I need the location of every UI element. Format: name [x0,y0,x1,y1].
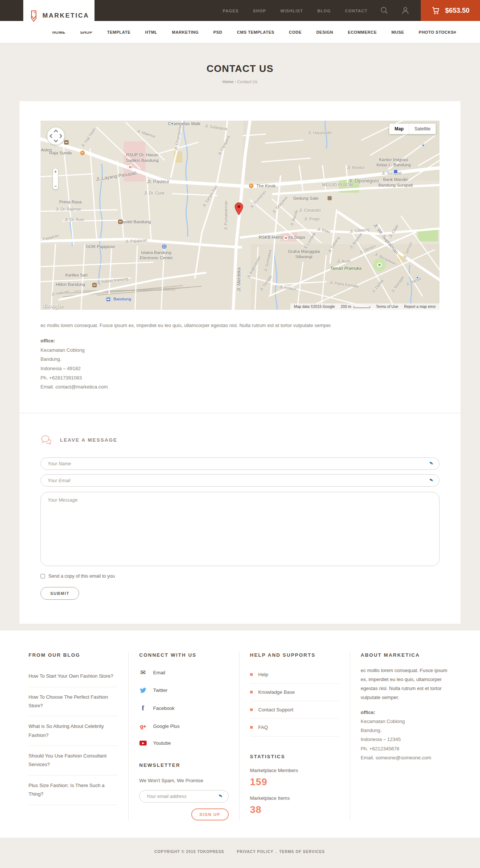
map-poi-icon [92,283,97,287]
map-poi-icon [393,170,398,174]
satellite-button[interactable]: Satellite [409,124,436,134]
pan-left-icon[interactable] [50,134,54,138]
map-data-credit: Map data ©2015 Google [294,305,335,309]
map-poi-icon [171,122,174,125]
help-link[interactable]: Contact Support [250,701,339,719]
category-nav-item[interactable]: CODE [289,30,302,34]
category-nav-item[interactable]: TEMPLATE [107,30,130,34]
newsletter-field-wrap: ✒ [139,790,228,802]
pan-right-icon[interactable] [58,134,62,138]
blog-post-link[interactable]: Should You Use Fashion Consultant Servic… [28,746,118,775]
social-link-youtube[interactable]: Youtube [139,740,228,746]
account-icon[interactable] [401,6,410,15]
search-icon[interactable] [380,6,388,15]
leave-message-heading: LEAVE A MESSAGE [60,437,117,443]
google-logo[interactable]: Google [44,302,64,309]
category-nav-item[interactable]: MARKETING [172,30,199,34]
header-nav-item[interactable]: WISHLIST [280,9,303,13]
facebook-icon: f [139,704,147,712]
map-poi-icon [80,151,85,155]
footer-blog-column: FROM OUR BLOG How To Start Your Own Fash… [20,652,128,820]
terms-of-use-link[interactable]: Terms of Use [376,305,398,309]
top-header-bar: MARKETICA PAGESSHOPWISHLISTBLOGCONTACT $… [0,0,480,21]
chevron-down-icon[interactable]: » [452,31,458,34]
header-nav-item[interactable]: SHOP [253,9,266,13]
zoom-in-button[interactable]: + [54,170,57,174]
tag-logo-icon [28,10,39,22]
stat-value: 38 [250,804,339,816]
name-input[interactable] [40,457,440,470]
social-link-google-plus[interactable]: g+ Google Plus [139,723,228,729]
square-bullet-icon [250,726,253,729]
map-pan-control[interactable] [47,127,64,145]
header-nav-item[interactable]: PAGES [223,9,239,13]
report-map-error-link[interactable]: Report a map error [404,305,436,309]
send-copy-checkbox[interactable] [40,574,45,578]
map-poi-icon [162,244,166,249]
chat-bubbles-icon [40,435,52,445]
map-button[interactable]: Map [389,124,409,134]
twitter-icon [139,687,147,693]
header-nav-item[interactable]: CONTACT [345,9,368,13]
logo[interactable]: MARKETICA [23,0,94,31]
map-attribution-bar: Map data ©2015 Google 200 m Terms of Use… [290,303,440,310]
footer-help-column: HELP AND SUPPORTS Help Knowladge Base Co… [239,652,350,820]
social-link-email[interactable]: ✉ Email [139,669,228,677]
pan-down-icon[interactable] [54,138,58,142]
pan-up-icon[interactable] [54,130,58,134]
zoom-out-button[interactable]: − [54,184,57,188]
category-nav-item[interactable]: HTML [145,30,158,34]
map-poi-icon [328,196,332,200]
map-scale: 200 m [341,305,370,309]
blog-post-link[interactable]: What is So Alluring About Celebrity Fash… [28,716,118,746]
stat-label: Marketplace Items [250,795,339,801]
category-nav-item[interactable]: ECOMMERCE [348,30,377,34]
category-nav-item[interactable]: CMS TEMPLATES [237,30,274,34]
stat-label: Marketplace Members [250,768,339,773]
breadcrumb-separator: › [235,79,236,84]
send-copy-label: Send a copy of this email to you [48,574,115,579]
blog-post-link[interactable]: How To Start Your Own Fashion Store? [28,666,118,687]
help-link[interactable]: FAQ [250,719,339,737]
google-plus-icon: g+ [139,723,147,729]
social-link-facebook[interactable]: f Facebook [139,704,228,712]
footer-connect-column: CONNECT WITH US ✉ Email Twitter f Facebo… [128,652,239,820]
category-nav-item[interactable]: DESIGN [316,30,333,34]
header-nav-item[interactable]: BLOG [317,9,331,13]
email-icon: ✉ [139,669,147,677]
message-textarea[interactable] [40,492,440,566]
blog-post-link[interactable]: How To Choose The Perfect Fashion Store? [28,687,118,717]
map-marker-pin[interactable] [234,202,243,217]
help-heading: HELP AND SUPPORTS [250,652,339,658]
breadcrumb: Home › Contact Us [0,79,480,84]
office-label: office: [361,710,375,715]
header-nav: PAGESSHOPWISHLISTBLOGCONTACT [223,7,368,14]
submit-button[interactable]: SUBMIT [40,587,79,600]
sign-up-button[interactable]: SIGN UP [191,808,229,820]
newsletter-tagline: We Won't Spam, We Promise [139,778,228,783]
leave-message-card: LEAVE A MESSAGE ✒ ✒ Send a copy of this … [20,413,460,624]
blog-post-link[interactable]: Plus Size Fashion: Is There Such a Thing… [28,775,118,805]
social-link-twitter[interactable]: Twitter [139,687,228,693]
newsletter-email-input[interactable] [139,790,228,802]
email-input[interactable] [40,474,440,487]
square-bullet-icon [250,673,253,676]
privacy-policy-link[interactable]: PRIVACY POLICY [237,850,274,854]
footer-about-column: ABOUT MARKETICA ec mollis lorem consequa… [350,652,460,820]
map-poi-icon [422,143,425,147]
newsletter-heading: NEWSLETTER [139,762,228,768]
cart-button[interactable]: $653.50 [421,0,480,21]
office-line: Email. contact@marketica.com [40,384,108,390]
map-poi-icon [249,184,254,188]
office-line: Ph. +62817391083 [40,375,82,381]
map-zoom-control[interactable]: + − [53,169,58,190]
help-link[interactable]: Knowladge Base [250,684,339,701]
google-map[interactable]: Champelas WalkJl. SulanjanaJl. Hasanudin… [40,121,440,310]
category-nav-item[interactable]: MUSE [392,30,404,34]
help-link[interactable]: Help [250,666,339,684]
office-line: Indonesia – 49182 [40,366,81,371]
breadcrumb-home-link[interactable]: Home [222,79,233,84]
terms-of-services-link[interactable]: TERMS OF SERVICES [279,850,325,854]
category-nav-item[interactable]: PSD [213,30,222,34]
category-nav-item[interactable]: PHOTO STOCKS [419,30,454,34]
